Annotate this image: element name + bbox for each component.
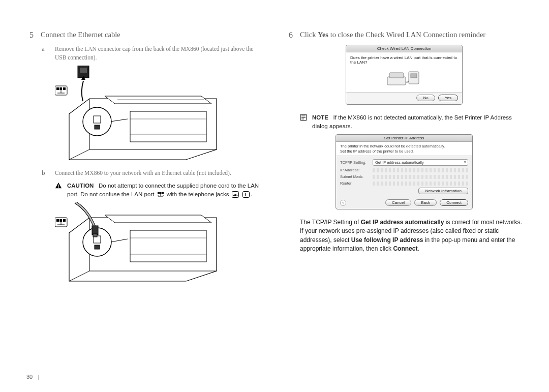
dialog1-illustration-icon [386, 68, 422, 88]
svg-rect-33 [63, 219, 66, 222]
sub-letter-b: b [42, 169, 48, 177]
svg-rect-41 [95, 245, 100, 249]
illustration-remove-cap [55, 66, 264, 164]
svg-rect-44 [93, 234, 97, 237]
step-5a: a Remove the LAN connector cap from the … [42, 45, 264, 62]
svg-rect-48 [411, 74, 417, 78]
dialog2-back-button[interactable]: Back [414, 199, 437, 206]
svg-rect-43 [92, 226, 98, 235]
svg-rect-1 [56, 87, 59, 90]
svg-rect-2 [60, 87, 62, 90]
right-column: 6 Click Yes to close the Check Wired LAN… [285, 31, 524, 303]
left-column: 5 Connect the Ethernet cable a Remove th… [25, 31, 264, 303]
page-number: 30| [26, 374, 39, 380]
svg-rect-14 [95, 125, 100, 129]
dialog1-title: Check Wired LAN Connection [346, 45, 462, 52]
help-icon[interactable]: ? [340, 200, 346, 206]
note-icon [300, 114, 307, 121]
dialog-set-ip: Set Printer IP Address The printer in th… [285, 134, 524, 211]
dialog2-title: Set Printer IP Address [336, 135, 472, 142]
svg-rect-21 [162, 192, 164, 194]
dialog-check-lan: Check Wired LAN Connection Does the prin… [285, 45, 524, 106]
step-5-title: Connect the Ethernet cable [41, 31, 120, 40]
warning-icon: ! [55, 182, 62, 189]
network-info-button[interactable]: Network Information [418, 188, 468, 194]
tcp-ip-explanation: The TCP/IP Setting of Get IP address aut… [300, 218, 524, 254]
note-text: NOTE If the MX860 is not detected automa… [312, 113, 524, 130]
svg-rect-31 [56, 219, 59, 222]
sub-text-b: Connect the MX860 to your network with a… [55, 169, 231, 177]
svg-rect-46 [389, 73, 404, 78]
dialog1-yes-button[interactable]: Yes [438, 95, 458, 101]
caution-text: CAUTION Do not attempt to connect the su… [67, 182, 264, 198]
dialog1-body: Does the printer have a wired LAN port t… [350, 55, 458, 65]
dialog2-connect-button[interactable]: Connect [440, 199, 468, 206]
caution-label: CAUTION [67, 183, 94, 189]
svg-rect-13 [94, 116, 101, 123]
sub-text-a: Remove the LAN connector cap from the ba… [55, 45, 264, 62]
tcp-ip-label: TCP/IP Setting: [340, 160, 370, 165]
illustration-connect-cable [55, 202, 264, 298]
phone-jack-icon [232, 191, 239, 198]
l-jack-icon: L [242, 191, 250, 198]
note-block: NOTE If the MX860 is not detected automa… [300, 113, 524, 130]
svg-text:!: ! [58, 184, 59, 189]
note-label: NOTE [312, 114, 328, 120]
subnet-mask-field[interactable] [373, 175, 468, 179]
lan-port-icon [157, 192, 164, 198]
svg-rect-7 [80, 68, 87, 73]
step-6-title: Click Yes to close the Check Wired LAN C… [300, 31, 485, 40]
dialog1-no-button[interactable]: No [416, 95, 435, 101]
tcp-ip-select[interactable]: Get IP address automatically ▾ [373, 159, 468, 166]
svg-rect-32 [60, 219, 62, 222]
step-5-number: 5 [25, 31, 34, 40]
ip-address-field[interactable] [373, 168, 468, 172]
step-5b: b Connect the MX860 to your network with… [42, 169, 264, 177]
step-6-header: 6 Click Yes to close the Check Wired LAN… [285, 31, 524, 40]
svg-rect-27 [234, 195, 236, 196]
ip-address-label: IP Address: [340, 168, 370, 172]
router-field[interactable] [373, 182, 468, 186]
svg-rect-3 [63, 87, 66, 90]
dialog2-message: The printer in the network could not be … [336, 142, 472, 156]
caution-block: ! CAUTION Do not attempt to connect the … [55, 182, 264, 198]
router-label: Router: [340, 181, 370, 186]
svg-rect-20 [160, 192, 161, 194]
step-6-number: 6 [285, 31, 293, 40]
dialog2-cancel-button[interactable]: Cancel [385, 199, 411, 206]
subnet-mask-label: Subnet Mask: [340, 174, 370, 179]
svg-text:L: L [245, 192, 248, 197]
step-5-header: 5 Connect the Ethernet cable [25, 31, 264, 40]
svg-rect-9 [130, 111, 206, 142]
sub-letter-a: a [42, 45, 48, 62]
svg-rect-19 [158, 192, 160, 194]
svg-rect-36 [130, 230, 206, 262]
